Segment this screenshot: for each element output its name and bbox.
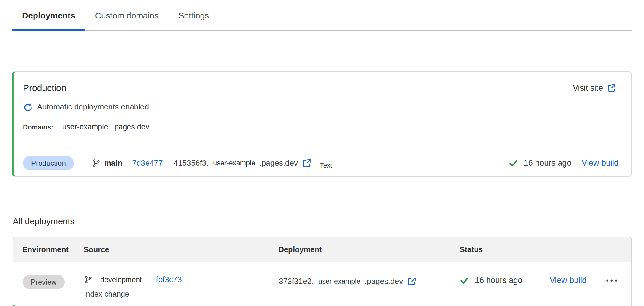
commit-link[interactable]: fbf3c73	[156, 275, 182, 284]
environment-badge: Production	[23, 156, 74, 170]
commit-link[interactable]: 7d3e477	[132, 158, 163, 168]
deployment-note: Text	[320, 161, 332, 169]
deployment-id: 415356f3.	[174, 158, 209, 168]
tab-custom-domains[interactable]: Custom domains	[85, 0, 169, 31]
external-link-icon[interactable]	[407, 277, 417, 286]
check-icon	[508, 158, 518, 168]
domain-name: user-example	[62, 122, 108, 131]
deployment-time: 16 hours ago	[475, 276, 523, 285]
overflow-menu-icon[interactable]: •••	[606, 276, 619, 285]
git-branch-icon	[92, 159, 100, 168]
column-header-status: Status	[460, 237, 483, 262]
view-build-link[interactable]: View build	[581, 158, 619, 168]
next-row-cutoff	[13, 304, 631, 306]
domains-label: Domains:	[23, 123, 53, 131]
deployment-time: 16 hours ago	[524, 158, 572, 168]
production-deployment-row: Production main 7d3e477 415356f3. user-e…	[14, 150, 631, 176]
git-branch-icon	[84, 275, 92, 284]
visit-site-label: Visit site	[573, 83, 603, 93]
deployment-domain: user-example	[318, 277, 360, 285]
external-link-icon	[607, 83, 616, 93]
column-header-deployment: Deployment	[279, 237, 322, 262]
column-header-environment: Environment	[22, 237, 69, 262]
deployment-id: 373f31e2.	[279, 277, 314, 286]
visit-site-link[interactable]: Visit site	[573, 83, 616, 93]
branch-name: development	[100, 275, 142, 284]
view-build-link[interactable]: View build	[550, 276, 587, 285]
auto-deploy-status: Automatic deployments enabled	[37, 102, 149, 112]
page-tabs: Deployments Custom domains Settings	[0, 0, 644, 31]
deployment-domain: user-example	[213, 159, 255, 167]
table-header: Environment Source Deployment Status	[13, 237, 631, 262]
refresh-icon	[23, 102, 32, 112]
all-deployments-heading: All deployments	[13, 216, 75, 226]
branch-name: main	[104, 158, 123, 168]
table-row: Preview development fbf3c73 index change	[13, 262, 631, 304]
environment-badge: Preview	[23, 275, 65, 289]
tab-deployments[interactable]: Deployments	[12, 0, 85, 31]
commit-message: index change	[84, 290, 182, 298]
domain-suffix: .pages.dev	[112, 122, 149, 131]
deployment-domain-suffix: .pages.dev	[259, 158, 298, 168]
tab-settings[interactable]: Settings	[169, 0, 219, 31]
production-card: Production Visit site Automatic deployme…	[12, 71, 632, 177]
check-icon	[459, 275, 469, 285]
production-card-title: Production	[23, 83, 66, 93]
deployments-table: Environment Source Deployment Status Pre…	[13, 237, 632, 306]
column-header-source: Source	[84, 237, 109, 262]
external-link-icon[interactable]	[302, 158, 311, 168]
deployment-domain-suffix: .pages.dev	[365, 277, 403, 286]
